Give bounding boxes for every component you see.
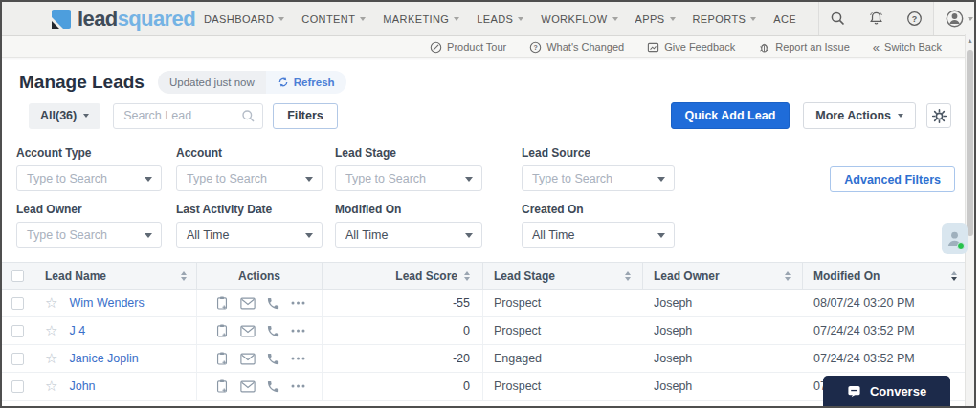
- add-activity-icon[interactable]: [214, 351, 230, 366]
- search-icon: [830, 11, 846, 27]
- search-button[interactable]: [818, 2, 857, 35]
- nav-dashboard[interactable]: DASHBOARD: [195, 13, 293, 25]
- col-lead-stage[interactable]: Lead Stage: [483, 263, 643, 289]
- advanced-filters-button[interactable]: Advanced Filters: [830, 166, 955, 192]
- phone-icon[interactable]: [266, 379, 280, 394]
- logo-icon: [52, 10, 71, 29]
- star-icon[interactable]: ☆: [45, 296, 57, 311]
- col-lead-name[interactable]: Lead Name: [33, 263, 197, 289]
- nav-reports[interactable]: REPORTS: [684, 13, 766, 25]
- converse-button[interactable]: Converse: [823, 376, 950, 406]
- refresh-button[interactable]: Refresh: [266, 71, 346, 94]
- filters-button[interactable]: Filters: [273, 103, 338, 129]
- phone-icon[interactable]: [266, 296, 280, 311]
- lead-name-link[interactable]: Wim Wenders: [69, 296, 144, 310]
- more-options-icon[interactable]: [291, 301, 305, 305]
- lead-name-link[interactable]: John: [69, 379, 95, 393]
- account-dropdown[interactable]: Type to Search: [176, 165, 323, 191]
- vertical-scrollbar[interactable]: ▲: [965, 34, 974, 406]
- leadsquared-logo[interactable]: leadsquared: [52, 9, 195, 30]
- email-icon[interactable]: [240, 353, 256, 365]
- col-lead-score[interactable]: Lead Score: [323, 263, 483, 289]
- scrollbar-thumb[interactable]: [967, 50, 973, 236]
- star-icon[interactable]: ☆: [45, 352, 57, 366]
- sort-icon[interactable]: [181, 271, 187, 281]
- search-icon: [241, 109, 256, 123]
- modified-on-dropdown[interactable]: All Time: [335, 222, 482, 248]
- nav-workflow[interactable]: WORKFLOW: [532, 13, 626, 25]
- created-on-dropdown[interactable]: All Time: [522, 222, 675, 248]
- table-header: Lead Name Actions Lead Score Lead Stage …: [2, 263, 965, 290]
- more-actions-button[interactable]: More Actions: [803, 102, 916, 129]
- modified-on: 07/24/24 03:52 PM: [813, 352, 915, 365]
- col-lead-owner[interactable]: Lead Owner: [643, 263, 803, 289]
- quick-add-lead-button[interactable]: Quick Add Lead: [671, 102, 791, 129]
- report-issue-link[interactable]: Report an Issue: [758, 41, 850, 54]
- list-controls: All(36) Filters Quick Add Lead More Acti…: [2, 102, 974, 129]
- list-selector-button[interactable]: All(36): [29, 103, 100, 129]
- lead-name-link[interactable]: Janice Joplin: [69, 352, 138, 365]
- phone-icon[interactable]: [266, 324, 280, 338]
- sort-icon[interactable]: [785, 271, 791, 281]
- email-icon[interactable]: [240, 325, 256, 337]
- nav-marketing[interactable]: MARKETING: [374, 13, 468, 25]
- lead-stage: Prospect: [494, 379, 541, 393]
- row-checkbox[interactable]: [11, 353, 24, 365]
- sort-icon[interactable]: [464, 271, 470, 281]
- nav-ace[interactable]: ACE: [765, 13, 805, 25]
- scroll-up-arrow-icon[interactable]: ▲: [966, 34, 974, 47]
- caret-down-icon: [657, 233, 665, 238]
- select-all-checkbox[interactable]: [11, 270, 24, 282]
- help-button[interactable]: ?: [895, 2, 933, 35]
- user-menu[interactable]: [933, 2, 976, 35]
- star-icon[interactable]: ☆: [45, 379, 57, 394]
- whats-changed-link[interactable]: ? What's Changed: [529, 41, 624, 54]
- add-activity-icon[interactable]: [214, 323, 230, 338]
- sort-icon[interactable]: [625, 271, 631, 281]
- notifications-button[interactable]: [857, 2, 895, 35]
- give-feedback-link[interactable]: Give Feedback: [647, 41, 735, 54]
- filter-lead-source: Lead Source Type to Search: [522, 146, 675, 191]
- lead-source-dropdown[interactable]: Type to Search: [522, 165, 675, 191]
- lead-stage-dropdown[interactable]: Type to Search: [335, 165, 482, 191]
- nav-icon-group: ?: [818, 2, 976, 35]
- switch-back-link[interactable]: « Switch Back: [873, 41, 942, 54]
- filter-modified-on: Modified On All Time: [335, 203, 482, 248]
- email-icon[interactable]: [240, 297, 256, 310]
- phone-icon[interactable]: [266, 352, 280, 366]
- star-icon[interactable]: ☆: [45, 324, 57, 338]
- nav-leads[interactable]: LEADS: [468, 13, 532, 25]
- lead-stage: Engaged: [494, 352, 542, 365]
- lead-score: -20: [453, 352, 470, 365]
- question-circle-icon: ?: [529, 41, 542, 54]
- nav-content[interactable]: CONTENT: [293, 13, 374, 25]
- lead-owner-dropdown[interactable]: Type to Search: [16, 222, 162, 248]
- product-tour-link[interactable]: Product Tour: [430, 41, 506, 54]
- select-all-cell: [2, 263, 33, 289]
- more-options-icon[interactable]: [291, 329, 305, 333]
- row-checkbox[interactable]: [11, 325, 24, 337]
- main-nav: DASHBOARD CONTENT MARKETING LEADS WORKFL…: [195, 13, 805, 25]
- more-options-icon[interactable]: [291, 384, 305, 388]
- account-type-dropdown[interactable]: Type to Search: [16, 165, 162, 191]
- add-activity-icon[interactable]: [214, 379, 230, 394]
- row-checkbox[interactable]: [11, 297, 24, 310]
- lead-owner: Joseph: [654, 296, 692, 310]
- top-navbar: leadsquared DASHBOARD CONTENT MARKETING …: [2, 2, 974, 36]
- more-options-icon[interactable]: [291, 357, 305, 360]
- lead-name-link[interactable]: J 4: [69, 324, 85, 337]
- sort-icon[interactable]: [951, 271, 957, 281]
- lead-search: [113, 103, 263, 129]
- nav-apps[interactable]: APPS: [627, 13, 684, 25]
- row-checkbox[interactable]: [11, 380, 24, 393]
- col-modified-on[interactable]: Modified On: [803, 263, 965, 289]
- online-status-dot: [957, 242, 965, 249]
- bug-icon: [758, 41, 770, 54]
- lead-score: 0: [463, 379, 470, 393]
- add-activity-icon[interactable]: [214, 295, 230, 311]
- settings-button[interactable]: [926, 103, 951, 128]
- chat-widget-avatar[interactable]: [942, 223, 968, 254]
- page-header: Manage Leads Updated just now Refresh: [2, 58, 974, 94]
- last-activity-date-dropdown[interactable]: All Time: [176, 222, 323, 248]
- email-icon[interactable]: [240, 380, 256, 393]
